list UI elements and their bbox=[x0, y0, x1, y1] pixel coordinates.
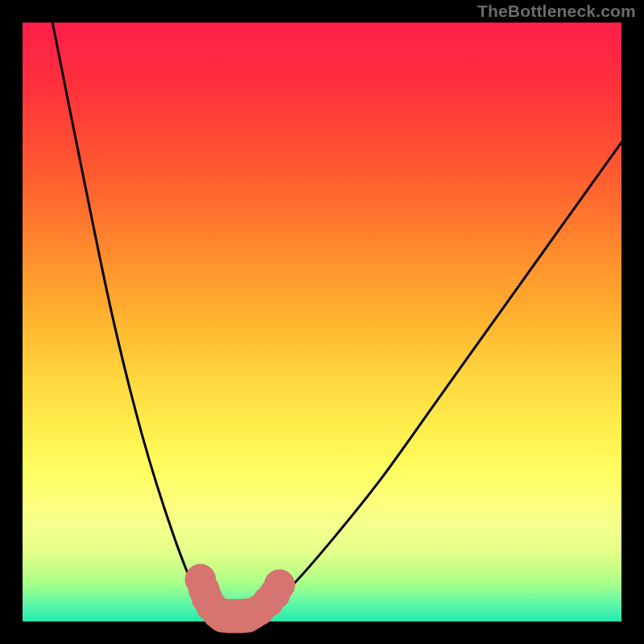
chart-plot-area bbox=[23, 23, 621, 621]
left-curve bbox=[52, 23, 244, 616]
scatter-point bbox=[264, 569, 295, 601]
right-curve bbox=[244, 142, 621, 616]
chart-svg bbox=[23, 23, 621, 621]
bottom-scatter bbox=[185, 564, 295, 634]
chart-frame: TheBottleneck.com bbox=[0, 0, 644, 644]
watermark-text: TheBottleneck.com bbox=[477, 2, 636, 21]
